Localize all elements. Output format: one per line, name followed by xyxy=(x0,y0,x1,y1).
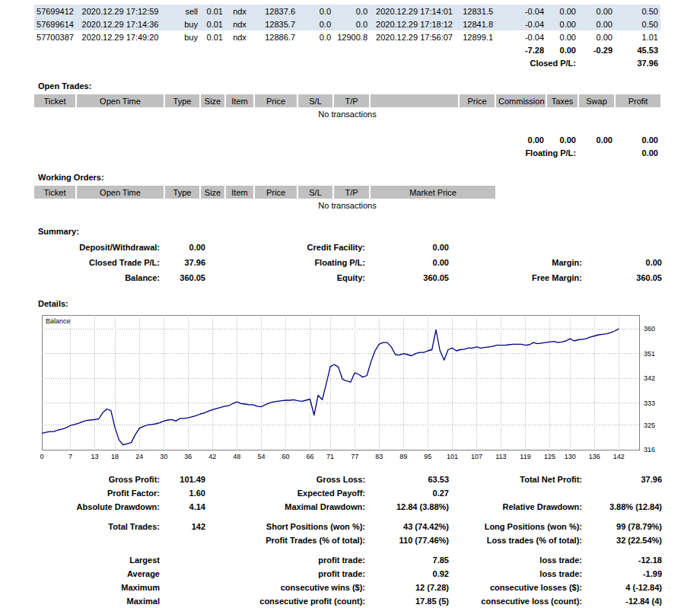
col-header-open-time: Open Time xyxy=(76,94,164,107)
closed-pl-label: Closed P/L: xyxy=(34,56,578,69)
col-header-price: Price xyxy=(459,94,495,107)
svg-text:24: 24 xyxy=(135,453,143,460)
stat-label: profit trade: xyxy=(205,567,365,581)
summary-label: Deposit/Withdrawal: xyxy=(34,240,160,255)
svg-text:60: 60 xyxy=(282,453,289,460)
stat-label: Maximum xyxy=(34,581,160,594)
svg-text:316: 316 xyxy=(644,446,655,454)
svg-text:136: 136 xyxy=(589,453,600,460)
mt4-statement-page: 576994122020.12.29 17:12:59sell0.01ndx12… xyxy=(0,0,700,608)
cell-commission: -0.04 xyxy=(495,30,546,43)
cell-sl: 0.0 xyxy=(298,18,333,30)
svg-text:89: 89 xyxy=(399,453,407,460)
working-orders-body: No transactions xyxy=(34,199,660,212)
summary-label: Margin: xyxy=(449,255,582,270)
summary-value: 0.00 xyxy=(582,255,662,270)
total-profit: 0.00 xyxy=(615,133,660,146)
svg-text:83: 83 xyxy=(375,453,383,460)
stat-value: 32 (22.54%) xyxy=(582,533,662,547)
col-header-price: Price xyxy=(254,94,298,107)
stat-label: profit trade: xyxy=(205,553,365,567)
cell-item: ndx xyxy=(225,5,254,18)
stat-value: 101.49 xyxy=(160,473,205,486)
stat-label: Maximal Drawdown: xyxy=(205,500,365,514)
cell-price: 12886.7 xyxy=(254,30,298,43)
svg-text:333: 333 xyxy=(644,399,655,407)
svg-text:130: 130 xyxy=(565,453,576,460)
col-header-item: Item xyxy=(225,94,254,107)
stat-label: Average xyxy=(34,567,160,581)
svg-text:351: 351 xyxy=(644,350,655,358)
svg-text:107: 107 xyxy=(471,453,482,460)
open-trades-body: No transactions0.000.000.000.00Floating … xyxy=(34,107,660,159)
stat-label: Long Positions (won %): xyxy=(449,520,582,533)
stat-label: Largest xyxy=(34,553,160,567)
stat-label: consecutive losses ($): xyxy=(449,581,582,594)
stat-value: 37.96 xyxy=(582,473,662,486)
summary-value xyxy=(582,240,662,255)
stat-value xyxy=(160,533,205,547)
stat-label: Profit Trades (% of total): xyxy=(205,533,365,547)
stat-label: Loss trades (% of total): xyxy=(449,533,582,547)
cell-open_time: 2020.12.29 17:49:20 xyxy=(76,30,164,43)
cell-swap: 0.00 xyxy=(578,18,615,30)
cell-sl: 0.0 xyxy=(298,5,333,18)
floating-pl-label: Floating P/L: xyxy=(34,146,578,159)
summary-label: Free Margin: xyxy=(449,270,582,285)
stat-value xyxy=(582,486,662,500)
cell-taxes: 0.00 xyxy=(546,30,578,43)
col-header-swap: Swap xyxy=(578,94,615,107)
svg-text:142: 142 xyxy=(613,453,625,460)
stat-value: 142 xyxy=(160,520,205,533)
cell-taxes: 0.00 xyxy=(546,5,578,18)
trade-row: 577003872020.12.29 17:49:20buy0.01ndx128… xyxy=(34,30,660,43)
stat-label: Profit Factor: xyxy=(34,486,160,500)
stat-label: consecutive profit (count): xyxy=(205,594,365,608)
stat-value: 4.14 xyxy=(160,500,205,514)
totals-spacer xyxy=(34,43,495,56)
col-header-open-time: Open Time xyxy=(76,186,164,199)
stats-row: Maximalconsecutive profit (count):17.85 … xyxy=(34,594,700,608)
stat-value xyxy=(160,581,205,594)
stat-label: Maximal xyxy=(34,594,160,608)
cell-ticket: 57699412 xyxy=(34,5,76,18)
stat-label: Gross Profit: xyxy=(34,473,160,486)
summary-label: Balance: xyxy=(34,270,160,285)
stat-label: Gross Loss: xyxy=(205,473,365,486)
stat-value: 0.27 xyxy=(365,486,449,500)
col-header-item: Item xyxy=(225,186,254,199)
cell-price: 12835.7 xyxy=(254,18,298,30)
cell-item: ndx xyxy=(225,30,254,43)
svg-text:48: 48 xyxy=(233,453,240,460)
stat-value: -12.84 (4) xyxy=(582,594,662,608)
total-commission: -7.28 xyxy=(495,43,546,56)
total-swap: 0.00 xyxy=(578,133,615,146)
stats-grid: Gross Profit:101.49Gross Loss:63.53Total… xyxy=(34,473,700,608)
svg-text:113: 113 xyxy=(495,453,506,460)
open-trades-header-row: TicketOpen TimeTypeSizeItemPriceS/LT/PPr… xyxy=(34,94,660,107)
open-trades-title: Open Trades: xyxy=(38,81,700,91)
col-header-commission: Commission xyxy=(495,94,546,107)
stat-value: 0.92 xyxy=(365,567,449,581)
cell-commission: -0.04 xyxy=(495,18,546,30)
stat-value: 63.53 xyxy=(365,473,449,486)
col-header-blank xyxy=(370,94,459,107)
stats-row: Averageprofit trade:0.92loss trade:-1.99 xyxy=(34,567,700,581)
stats-row: Maximumconsecutive wins ($):12 (7.28)con… xyxy=(34,581,700,594)
summary-label: Equity: xyxy=(205,270,365,285)
cell-close_price: 12841.8 xyxy=(459,18,495,30)
no-transactions-row: No transactions xyxy=(34,107,660,120)
summary-value: 0.00 xyxy=(365,240,449,255)
svg-text:119: 119 xyxy=(520,453,530,460)
svg-text:7: 7 xyxy=(68,453,72,460)
summary-value: 37.96 xyxy=(160,255,205,270)
svg-text:0: 0 xyxy=(40,453,43,460)
cell-open_time: 2020.12.29 17:14:36 xyxy=(76,18,164,30)
open-trades-table: TicketOpen TimeTypeSizeItemPriceS/LT/PPr… xyxy=(34,94,660,159)
col-header-profit: Profit xyxy=(615,94,660,107)
stat-label: Expected Payoff: xyxy=(205,486,365,500)
total-taxes: 0.00 xyxy=(546,133,578,146)
col-header-t-p: T/P xyxy=(333,186,370,199)
working-orders-title: Working Orders: xyxy=(38,173,700,182)
col-header-s-l: S/L xyxy=(298,94,333,107)
